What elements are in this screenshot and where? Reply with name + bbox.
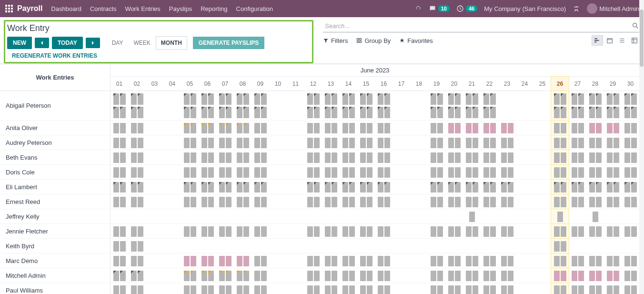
scrollbar-track[interactable] bbox=[639, 0, 644, 294]
work-entry-block[interactable] bbox=[237, 167, 242, 178]
grid-cell[interactable] bbox=[199, 253, 216, 268]
work-entry-block[interactable] bbox=[554, 271, 560, 281]
work-entry-block[interactable] bbox=[226, 123, 231, 133]
grid-cell[interactable] bbox=[551, 268, 569, 283]
work-entry-block[interactable] bbox=[431, 182, 436, 193]
work-entry-block[interactable] bbox=[624, 167, 630, 178]
work-entry-block[interactable] bbox=[360, 167, 366, 178]
grid-cell[interactable] bbox=[533, 121, 551, 135]
work-entry-block[interactable] bbox=[490, 197, 496, 207]
grid-cell[interactable] bbox=[199, 283, 216, 294]
grid-cell[interactable] bbox=[622, 91, 639, 121]
grid-cell[interactable] bbox=[569, 91, 586, 121]
work-entry-block[interactable] bbox=[325, 167, 331, 178]
work-entry-block[interactable] bbox=[237, 256, 242, 266]
work-entry-block[interactable] bbox=[367, 197, 372, 207]
grid-cell[interactable] bbox=[428, 194, 445, 209]
work-entry-block[interactable] bbox=[508, 182, 513, 193]
work-entry-block[interactable] bbox=[578, 226, 584, 237]
work-entry-block[interactable] bbox=[131, 197, 137, 207]
grid-cell[interactable] bbox=[322, 239, 340, 253]
work-entry-block[interactable] bbox=[501, 167, 507, 178]
work-entry-block[interactable] bbox=[201, 167, 207, 178]
grid-cell[interactable] bbox=[586, 283, 604, 294]
work-entry-block[interactable] bbox=[607, 167, 613, 178]
work-entry-block[interactable] bbox=[561, 256, 566, 266]
work-entry-block[interactable] bbox=[554, 138, 560, 148]
grid-cell[interactable] bbox=[586, 150, 604, 165]
grid-cell[interactable] bbox=[392, 121, 410, 135]
grid-cell[interactable] bbox=[622, 165, 639, 180]
work-entry-block[interactable] bbox=[360, 285, 366, 294]
work-entry-block[interactable] bbox=[572, 167, 577, 178]
work-entry-block[interactable] bbox=[578, 138, 584, 148]
grid-cell[interactable] bbox=[163, 91, 181, 121]
grid-cell[interactable] bbox=[216, 209, 234, 224]
grid-cell[interactable] bbox=[146, 268, 163, 283]
work-entry-block[interactable] bbox=[596, 138, 602, 148]
work-entry-block[interactable] bbox=[237, 226, 242, 237]
work-entry-block[interactable] bbox=[184, 197, 190, 207]
work-entry-block[interactable] bbox=[243, 152, 249, 163]
work-entry-block[interactable] bbox=[367, 285, 372, 294]
work-entry-block[interactable] bbox=[219, 197, 225, 207]
grid-cell[interactable] bbox=[357, 121, 375, 135]
work-entry-block[interactable] bbox=[596, 226, 602, 237]
grid-cell[interactable] bbox=[533, 239, 551, 253]
work-entry-block[interactable] bbox=[431, 123, 436, 133]
work-entry-block[interactable] bbox=[208, 167, 214, 178]
grid-cell[interactable] bbox=[375, 224, 392, 239]
work-entry-block[interactable] bbox=[332, 226, 337, 237]
grid-cell[interactable] bbox=[410, 91, 428, 121]
grid-cell[interactable] bbox=[322, 224, 340, 239]
grid-cell[interactable] bbox=[481, 180, 498, 194]
grid-cell[interactable] bbox=[604, 253, 622, 268]
work-entry-block[interactable] bbox=[589, 167, 595, 178]
grid-cell[interactable] bbox=[111, 91, 128, 121]
grid-cell[interactable] bbox=[445, 209, 463, 224]
work-entry-block[interactable] bbox=[508, 285, 513, 294]
grid-right-col[interactable]: June 2023 010203040506070809101112131415… bbox=[111, 64, 644, 294]
grid-cell[interactable] bbox=[604, 121, 622, 135]
work-entry-block[interactable] bbox=[631, 123, 637, 133]
work-entry-block[interactable] bbox=[596, 152, 602, 163]
work-entry-block[interactable] bbox=[113, 123, 119, 133]
work-entry-block[interactable] bbox=[219, 167, 225, 178]
grid-cell[interactable] bbox=[586, 209, 604, 224]
work-entry-block[interactable] bbox=[226, 167, 231, 178]
grid-cell[interactable] bbox=[551, 224, 569, 239]
grid-cell[interactable] bbox=[622, 135, 639, 150]
work-entry-block[interactable] bbox=[473, 138, 478, 148]
work-entry-block[interactable] bbox=[226, 138, 231, 148]
work-entry-block[interactable] bbox=[325, 197, 331, 207]
nav-work-entries[interactable]: Work Entries bbox=[125, 5, 161, 12]
work-entry-block[interactable] bbox=[349, 167, 355, 178]
grid-cell[interactable] bbox=[357, 150, 375, 165]
work-entry-block[interactable] bbox=[466, 197, 472, 207]
work-entry-block[interactable] bbox=[572, 226, 577, 237]
grid-cell[interactable] bbox=[252, 121, 269, 135]
work-entry-block[interactable] bbox=[138, 285, 143, 294]
grid-cell[interactable] bbox=[199, 239, 216, 253]
work-entry-block[interactable] bbox=[384, 226, 390, 237]
work-entry-block[interactable] bbox=[254, 152, 260, 163]
work-entry-block[interactable] bbox=[332, 256, 337, 266]
grid-cell[interactable] bbox=[410, 268, 428, 283]
work-entry-block[interactable] bbox=[572, 182, 577, 193]
prev-button[interactable] bbox=[35, 38, 49, 48]
work-entry-block[interactable] bbox=[501, 271, 507, 281]
work-entry-block[interactable] bbox=[578, 182, 584, 193]
work-entry-block[interactable] bbox=[219, 256, 225, 266]
work-entry-block[interactable] bbox=[431, 152, 436, 163]
work-entry-block[interactable] bbox=[554, 167, 560, 178]
grid-cell[interactable] bbox=[216, 268, 234, 283]
grid-cell[interactable] bbox=[304, 91, 322, 121]
grid-cell[interactable] bbox=[375, 239, 392, 253]
grid-cell[interactable] bbox=[234, 180, 252, 194]
grid-cell[interactable] bbox=[604, 268, 622, 283]
grid-cell[interactable] bbox=[375, 209, 392, 224]
grid-cell[interactable] bbox=[163, 268, 181, 283]
work-entry-block[interactable] bbox=[113, 256, 119, 266]
work-entry-block[interactable] bbox=[261, 167, 267, 178]
work-entry-block[interactable] bbox=[466, 152, 472, 163]
